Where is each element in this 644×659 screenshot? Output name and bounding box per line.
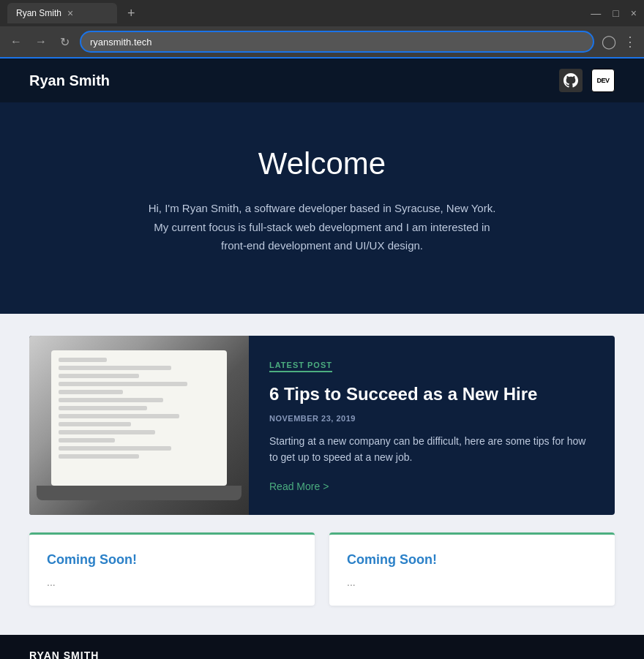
toolbar-right: ◯ ⋮ [602,34,637,50]
post-excerpt: Starting at a new company can be difficu… [269,433,594,466]
tab-close-button[interactable]: × [67,7,73,19]
github-icon[interactable] [559,69,583,92]
browser-tab[interactable]: Ryan Smith × [7,3,117,23]
new-tab-button[interactable]: + [123,6,140,21]
post-date: NOVEMBER 23, 2019 [269,414,594,423]
menu-icon[interactable]: ⋮ [624,34,637,50]
site-footer: RYAN SMITH [0,635,644,659]
window-controls: — □ × [591,7,637,19]
hero-desc-line1: Hi, I'm Ryan Smith, a software developer… [149,202,496,214]
code-lines [59,358,220,479]
hero-title: Welcome [29,146,615,181]
featured-post-card: LATEST POST 6 Tips to Succeed as a New H… [29,336,615,516]
coming-soon-title-1: Coming Soon! [47,552,297,568]
main-content: LATEST POST 6 Tips to Succeed as a New H… [0,314,644,636]
url-text: ryansmith.tech [90,37,152,48]
site-logo: Ryan Smith [29,72,110,89]
site-nav: Ryan Smith DEV [0,59,644,102]
coming-soon-card-1: Coming Soon! ... [29,532,315,606]
coming-soon-title-2: Coming Soon! [347,552,597,568]
tab-title: Ryan Smith [16,8,61,18]
browser-toolbar: ← → ↻ ryansmith.tech ◯ ⋮ [0,26,644,59]
forward-button[interactable]: → [32,32,50,51]
address-bar[interactable]: ryansmith.tech [80,31,594,53]
footer-logo: RYAN SMITH [29,649,99,659]
read-more-link[interactable]: Read More > [269,481,329,492]
featured-image [29,336,249,516]
website-content: Ryan Smith DEV Welcome Hi, I'm Ryan Smit… [0,59,644,659]
back-button[interactable]: ← [7,32,25,51]
hero-desc-line2: My current focus is full-stack web devel… [154,221,490,233]
cards-row: Coming Soon! ... Coming Soon! ... [29,532,615,606]
minimize-button[interactable]: — [591,7,601,19]
maximize-button[interactable]: □ [613,7,618,19]
latest-post-label: LATEST POST [269,361,332,372]
profile-icon[interactable]: ◯ [602,34,616,50]
coming-soon-card-2: Coming Soon! ... [329,532,615,606]
nav-icons: DEV [559,69,615,92]
post-title: 6 Tips to Succeed as a New Hire [269,383,594,405]
laptop-illustration [29,336,249,516]
dev-icon[interactable]: DEV [591,69,615,92]
hero-description: Hi, I'm Ryan Smith, a software developer… [132,199,512,255]
featured-content: LATEST POST 6 Tips to Succeed as a New H… [249,336,615,516]
close-button[interactable]: × [631,7,637,19]
refresh-button[interactable]: ↻ [57,32,72,52]
coming-soon-text-1: ... [47,576,297,588]
coming-soon-text-2: ... [347,576,597,588]
hero-desc-line3: front-end development and UI/UX design. [221,239,423,252]
browser-titlebar: Ryan Smith × + — □ × [0,0,644,26]
hero-section: Welcome Hi, I'm Ryan Smith, a software d… [0,102,644,314]
